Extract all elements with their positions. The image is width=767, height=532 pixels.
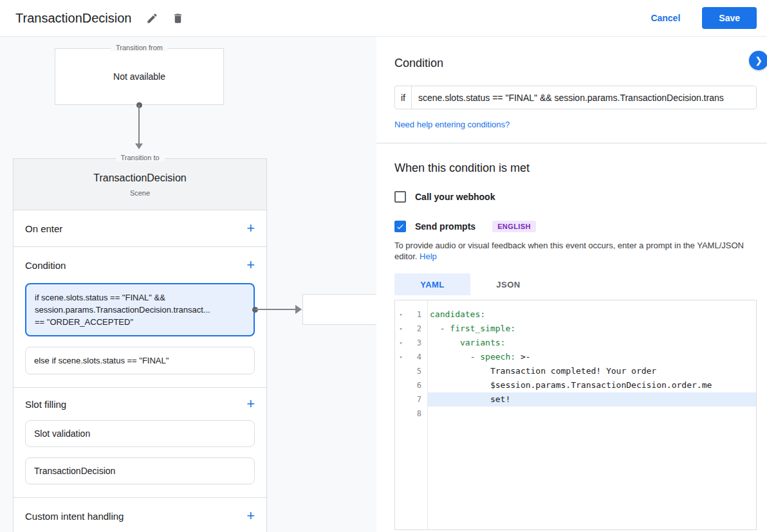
code-line[interactable]: $session.params.TransactionDecision.orde… [427,378,756,392]
editor-line: 8 [395,407,756,421]
condition-heading: Condition [394,57,757,70]
slot-card-transaction-decision[interactable]: TransactionDecision [25,457,255,484]
trash-icon [172,12,184,24]
tab-yaml[interactable]: YAML [394,273,470,295]
add-slot-button[interactable]: + [246,398,255,410]
slot-filling-label: Slot filling [25,399,66,410]
collapse-panel-button[interactable]: ❯ [749,51,767,70]
code-line[interactable]: - speech: >- [427,350,756,364]
gutter-divider [427,300,428,529]
delete-scene-button[interactable] [170,10,185,26]
fold-toggle-icon[interactable]: ▾ [395,307,407,322]
section-on-enter: On enter + [14,210,266,247]
condition-card-selected[interactable]: if scene.slots.status == "FINAL" && sess… [25,283,255,336]
line-number: 1 [407,307,427,322]
section-head-on-enter: On enter + [14,210,266,246]
condition-met-heading: When this condition is met [394,161,757,175]
code-token: variants: [460,338,505,347]
fold-spacer [395,392,407,407]
slot-card-validation[interactable]: Slot validation [25,420,255,447]
line-number: 3 [407,336,427,350]
condition-line: else if scene.slots.status == "FINAL" [34,354,246,367]
transition-target-node[interactable] [302,294,376,325]
prompts-description-text: To provide audio or visual feedback when… [394,241,744,261]
condition-connector-arrowhead-icon [295,305,302,314]
fold-toggle-icon[interactable]: ▾ [395,350,407,364]
condition-label: Condition [25,260,66,271]
transition-to-label: Transition to [115,154,164,161]
code-token [430,338,460,347]
transition-from-label: Transition from [111,44,168,51]
line-number: 7 [407,392,427,407]
scene-name: TransactionDecision [14,172,266,184]
code-token: - first_simple: [440,324,515,333]
condition-expression-input[interactable] [412,86,756,109]
code-line[interactable]: candidates: [427,307,756,322]
section-head-custom-intent: Custom intent handling + [14,498,266,532]
custom-intent-label: Custom intent handling [25,511,124,522]
line-number: 4 [407,350,427,364]
code-token: >- [515,352,530,362]
line-number: 5 [407,364,427,378]
fold-spacer [395,407,407,421]
scene-graph-panel: Transition from Not available Transition… [0,37,376,532]
fold-spacer [395,378,407,392]
fold-spacer [395,364,407,378]
language-badge: ENGLISH [492,221,536,232]
section-custom-intent: Custom intent handling + [14,498,266,532]
help-link[interactable]: Help [420,252,437,261]
add-condition-button[interactable]: + [246,259,255,271]
code-token: candidates: [430,309,485,319]
conditions-help-link[interactable]: Need help entering conditions? [394,120,510,129]
line-number: 8 [407,407,427,421]
if-label: if [395,86,412,109]
fold-toggle-icon[interactable]: ▾ [395,322,407,336]
page-title: TransactionDecision [15,11,131,26]
code-line[interactable]: Transaction completed! Your order [427,364,756,378]
editor-line: ▾2 - first_simple: [395,322,756,336]
editor-line: ▾1candidates: [395,307,756,322]
fold-toggle-icon[interactable]: ▾ [395,336,407,350]
connector-line [138,105,140,143]
code-line[interactable]: variants: [427,336,756,350]
code-line[interactable]: set! [427,392,756,407]
on-enter-label: On enter [25,223,62,234]
add-custom-intent-button[interactable]: + [246,510,255,522]
save-button[interactable]: Save [702,7,757,29]
code-line[interactable]: - first_simple: [427,322,756,336]
tab-json[interactable]: JSON [470,273,546,295]
condition-connector-line [255,309,295,310]
editor-line: 7 set! [395,392,756,407]
yaml-editor[interactable]: ▾1candidates:▾2 - first_simple:▾3 varian… [394,300,757,530]
send-prompts-checkbox[interactable] [394,221,406,232]
condition-card-else[interactable]: else if scene.slots.status == "FINAL" [25,347,255,374]
scene-node-card: Transition to TransactionDecision Scene … [13,158,267,532]
editor-line: 5 Transaction completed! Your order [395,364,756,378]
section-head-slot-filling: Slot filling + [14,388,266,420]
scene-type: Scene [14,189,266,197]
webhook-label[interactable]: Call your webhook [415,192,495,202]
transition-from-value: Not available [113,71,165,82]
webhook-checkbox[interactable] [394,191,406,203]
yaml-editor-rows: ▾1candidates:▾2 - first_simple:▾3 varian… [395,307,756,421]
code-token: $session.params.TransactionDecision.orde… [430,380,712,390]
condition-line: session.params.TransactionDecision.trans… [35,304,245,316]
editor-tabs: YAML JSON [394,273,757,295]
code-token: Transaction completed! Your order [430,366,656,376]
line-number: 2 [407,322,427,336]
send-prompts-label[interactable]: Send prompts [415,221,476,232]
condition-line: == "ORDER_ACCEPTED" [35,316,245,328]
edit-title-button[interactable] [144,10,160,26]
condition-expression-row: if [394,86,757,109]
add-on-enter-button[interactable]: + [246,223,255,234]
code-token: - speech: [470,352,515,362]
code-token: set! [430,394,510,404]
prompts-description: To provide audio or visual feedback when… [394,240,755,262]
section-slot-filling: Slot filling + Slot validation Transacti… [14,388,266,498]
code-line[interactable] [427,407,756,421]
cancel-button[interactable]: Cancel [651,13,680,23]
editor-line: 6 $session.params.TransactionDecision.or… [395,378,756,392]
topbar-actions: Cancel Save [651,7,757,29]
condition-line: if scene.slots.status == "FINAL" && [35,291,245,304]
transition-from-node: Transition from Not available [55,48,224,105]
